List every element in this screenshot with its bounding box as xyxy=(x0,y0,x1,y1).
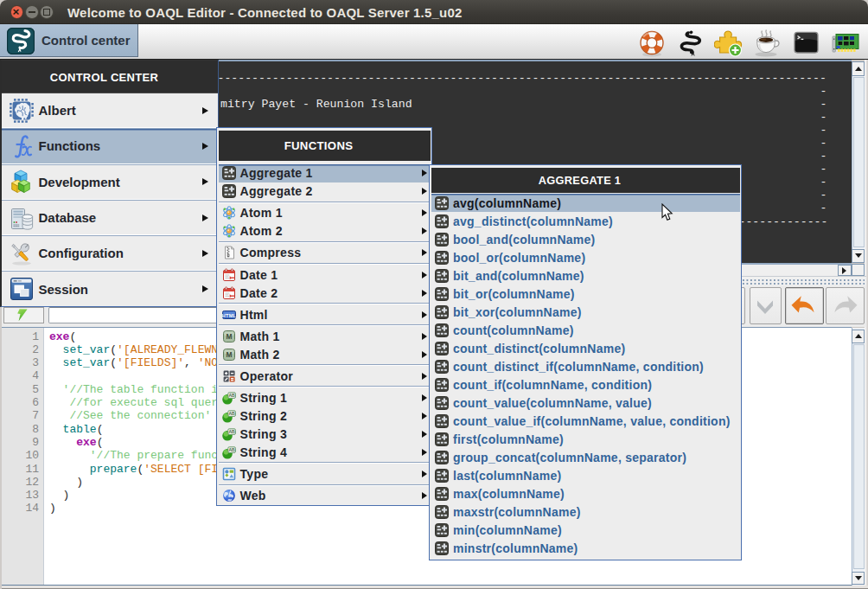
svg-text:AB: AB xyxy=(228,447,235,452)
svg-text:AB: AB xyxy=(228,411,235,416)
svg-text:M: M xyxy=(226,350,232,359)
svg-text:AB: AB xyxy=(228,393,235,398)
svg-text:M: M xyxy=(226,332,232,341)
svg-text:AB: AB xyxy=(228,429,235,434)
svg-text:HTML: HTML xyxy=(222,312,236,317)
